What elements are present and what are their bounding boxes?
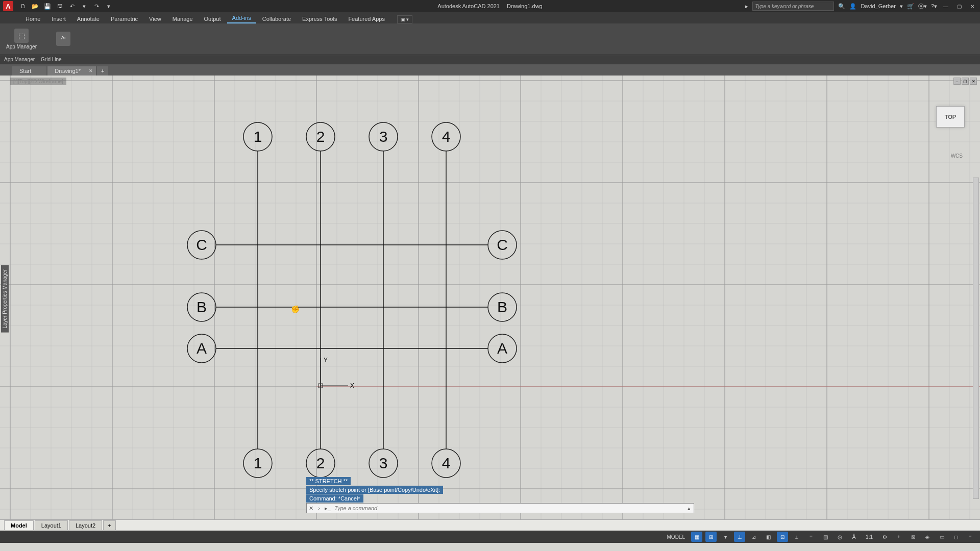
layer-properties-tab[interactable]: Layer Properties Manager [1,265,9,333]
ribbon-tab-add-ins[interactable]: Add-ins [227,13,256,23]
app-switch-icon[interactable]: Ⓐ▾ [918,3,927,10]
ribbon-tab-parametric[interactable]: Parametric [106,14,143,23]
qat-open[interactable]: 📂 [31,2,40,11]
status-qp-button[interactable]: ◈ [922,532,933,542]
layout-tabs: ModelLayout1Layout2+ [0,519,980,531]
vp-minimize[interactable]: – [953,78,961,85]
wcs-label[interactable]: WCS [951,153,963,159]
ribbon-panel-item-1[interactable]: ᴬⁱ [45,25,82,54]
vp-maximize[interactable]: ▢ [962,78,969,85]
grid-bubble-bottom-3[interactable]: 3 [369,449,398,478]
status-lwt-button[interactable]: ≡ [805,532,817,542]
status-ortho-button[interactable]: ⊥ [734,532,745,542]
status-osnap-button[interactable]: ⊡ [777,532,788,542]
ribbon-tab-annotate[interactable]: Annotate [72,14,105,23]
ribbon-tab-express-tools[interactable]: Express Tools [297,14,342,23]
doc-tab-drawing1[interactable]: Drawing1*✕ [47,66,96,76]
layout-tab-layout1[interactable]: Layout1 [35,520,68,530]
minimize-button[interactable]: ― [941,2,950,10]
command-close-icon[interactable]: ✕ [307,505,315,512]
status-infer-button[interactable]: ▾ [720,532,731,542]
status-iso-button[interactable]: ◧ [763,532,774,542]
status-ws-button[interactable]: ▭ [936,532,947,542]
close-button[interactable]: ✕ [968,2,977,10]
drawing-canvas[interactable]: [-][Top][2D Wireframe] – ▢ ✕ TOP WCS 112… [0,76,980,519]
grid-bubble-top-4[interactable]: 4 [432,122,460,151]
ribbon-tab-view[interactable]: View [144,14,166,23]
ucs-icon[interactable]: YX [318,357,354,389]
grid-bubble-bottom-4[interactable]: 4 [432,449,460,478]
doc-tab-close-icon[interactable]: ✕ [89,68,93,73]
user-icon[interactable]: 👤 [849,3,856,10]
doc-tab-add[interactable]: + [97,66,108,76]
drawing-svg[interactable]: 11223344CCBBAAYX [0,76,980,519]
command-recent-icon[interactable]: › [315,505,323,511]
status-otrack-button[interactable]: ⟂ [791,532,802,542]
grid-bubble-left-B[interactable]: B [187,293,216,321]
search-icon[interactable]: 🔍 [838,3,845,10]
viewcube[interactable]: TOP [936,106,965,128]
status-annomon-button[interactable]: Å [848,532,860,542]
command-area: ** STRETCH **Specify stretch point or [B… [306,477,694,513]
search-trigger-icon[interactable]: ▸ [745,3,748,10]
ribbon-tab-manage[interactable]: Manage [167,14,198,23]
ribbon-sub-grid-line[interactable]: Grid Line [41,57,62,62]
ucs-x-label: X [350,382,354,389]
grid-bubble-top-2[interactable]: 2 [306,122,335,151]
status-model-label[interactable]: MODEL [664,534,689,540]
command-input[interactable] [332,505,684,511]
vp-close[interactable]: ✕ [970,78,977,85]
status-grid-button[interactable]: ▦ [691,532,702,542]
layout-tab-layout2[interactable]: Layout2 [69,520,102,530]
help-icon[interactable]: ?▾ [931,3,937,10]
ribbon-panel-item-0[interactable]: ⬚App Manager [3,25,40,54]
cart-icon[interactable]: 🛒 [907,3,914,10]
grid-bubble-right-C-label: C [497,236,508,253]
qat-saveas[interactable]: 🖫 [55,2,64,11]
layout-tab-model[interactable]: Model [4,520,34,530]
ribbon-tab-featured-apps[interactable]: Featured Apps [343,14,390,23]
grid-bubble-top-1[interactable]: 1 [243,122,272,151]
status-polar-button[interactable]: ⊿ [748,532,760,542]
ribbon-tab-output[interactable]: Output [199,14,226,23]
grid-bubble-top-3[interactable]: 3 [369,122,398,151]
ribbon-box-tab[interactable]: ▣ ▾ [397,15,413,23]
status-clean-button[interactable]: ◻ [950,532,962,542]
title-text: Autodesk AutoCAD 2021 Drawing1.dwg [437,3,542,9]
qat-new[interactable]: 🗋 [18,2,28,11]
status-menu-button[interactable]: ≡ [965,532,976,542]
grid-bubble-right-B[interactable]: B [488,293,517,321]
grid-bubble-right-A[interactable]: A [488,334,517,363]
qat-undo-drop[interactable]: ▾ [80,2,89,11]
ribbon-tab-home[interactable]: Home [20,14,45,23]
ribbon-sub-app-manager[interactable]: App Manager [4,57,35,62]
qat-redo-drop[interactable]: ▾ [104,2,113,11]
grid-bubble-left-A[interactable]: A [187,334,216,363]
status-transp-button[interactable]: ▨ [820,532,831,542]
grid-bubble-bottom-2[interactable]: 2 [306,449,335,478]
doc-tab-start[interactable]: Start [12,66,46,76]
search-input[interactable]: Type a keyword or phrase [752,2,834,11]
grid-bubble-bottom-1[interactable]: 1 [243,449,272,478]
status-snap-button[interactable]: ⊞ [705,532,717,542]
user-name[interactable]: David_Gerber [861,3,895,9]
qat-undo[interactable]: ↶ [67,2,77,11]
vertical-scrollbar[interactable] [973,178,979,499]
layout-tab-add[interactable]: + [103,520,115,530]
status-cycle-button[interactable]: ◎ [834,532,845,542]
status-plus-button[interactable]: + [893,532,904,542]
command-history-up-icon[interactable]: ▴ [684,505,694,512]
grid-bubble-right-C[interactable]: C [488,231,517,259]
user-drop-icon[interactable]: ▾ [900,3,903,10]
ribbon-tab-collaborate[interactable]: Collaborate [257,14,296,23]
status-iso2-button[interactable]: ⊠ [908,532,919,542]
viewport-label[interactable]: [-][Top][2D Wireframe] [10,78,66,85]
qat-save[interactable]: 💾 [43,2,52,11]
status-gear-button[interactable]: ⚙ [879,532,890,542]
grid-bubble-left-C[interactable]: C [187,231,216,259]
qat-redo[interactable]: ↷ [92,2,101,11]
status-scale[interactable]: 1:1 [863,534,876,540]
app-logo[interactable]: A [3,1,13,11]
maximize-button[interactable]: ▢ [954,2,964,10]
ribbon-tab-insert[interactable]: Insert [46,14,71,23]
